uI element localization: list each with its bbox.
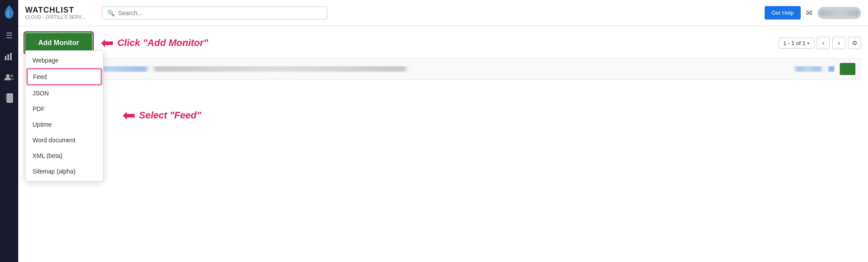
- prev-page-button[interactable]: ‹: [817, 37, 830, 49]
- monitor-url-blurred: [154, 66, 406, 72]
- pagination-text: 1 - 1 of 1: [783, 40, 805, 46]
- dropdown-item-pdf[interactable]: PDF: [26, 101, 103, 117]
- feed-outline: [26, 68, 102, 85]
- brand-title: WATCHLIST: [25, 6, 95, 15]
- sidebar-notebook-icon[interactable]: [3, 92, 15, 104]
- search-bar[interactable]: 🔍: [102, 7, 327, 20]
- sidebar: ☰: [0, 0, 18, 262]
- sidebar-logo[interactable]: [3, 4, 15, 16]
- monitor-row[interactable]: [25, 58, 861, 80]
- svg-rect-0: [5, 56, 7, 60]
- svg-rect-6: [5, 95, 7, 95]
- toolbar-right: 1 - 1 of 1 ▾ ‹ › ⚙: [779, 37, 861, 49]
- svg-rect-8: [5, 99, 7, 100]
- next-page-button[interactable]: ›: [832, 37, 845, 49]
- search-icon: 🔍: [107, 10, 115, 16]
- header-right: Get Help ✉: [765, 6, 861, 20]
- header: WATCHLIST CLOUD - DISTILL'S SERV... 🔍 Ge…: [18, 0, 868, 26]
- annotation-click-text: Click "Add Monitor": [117, 37, 208, 49]
- svg-rect-1: [7, 54, 9, 60]
- annotation-feed: ⬅ Select "Feed": [122, 106, 201, 124]
- toolbar: Add Monitor ⬅ Click "Add Monitor" 1 - 1 …: [25, 33, 861, 53]
- dropdown-item-word[interactable]: Word document: [26, 132, 103, 148]
- sidebar-chart-icon[interactable]: [3, 50, 15, 62]
- monitor-indicator: [828, 66, 835, 72]
- dropdown-item-uptime[interactable]: Uptime: [26, 117, 103, 132]
- main-area: WATCHLIST CLOUD - DISTILL'S SERV... 🔍 Ge…: [18, 0, 868, 262]
- annotation-click: ⬅ Click "Add Monitor": [101, 34, 208, 52]
- add-monitor-dropdown: Webpage Feed JSON PDF Uptime Word docume…: [25, 50, 103, 181]
- sidebar-menu-icon[interactable]: ☰: [3, 29, 15, 42]
- pagination-caret: ▾: [807, 41, 809, 46]
- monitor-content: [52, 66, 835, 72]
- svg-rect-7: [5, 97, 7, 98]
- arrow-click-icon: ⬅: [101, 34, 114, 52]
- brand-subtitle: CLOUD - DISTILL'S SERV...: [25, 15, 95, 20]
- pagination-label[interactable]: 1 - 1 of 1 ▾: [779, 38, 814, 49]
- search-input[interactable]: [118, 10, 322, 16]
- mail-icon[interactable]: ✉: [806, 8, 812, 18]
- svg-rect-2: [10, 53, 12, 60]
- sidebar-users-icon[interactable]: [3, 71, 15, 83]
- monitor-action-button[interactable]: [840, 63, 855, 75]
- dropdown-item-sitemap[interactable]: Sitemap (alpha): [26, 164, 103, 179]
- user-avatar[interactable]: [818, 7, 861, 19]
- svg-point-4: [10, 75, 13, 77]
- dropdown-item-webpage[interactable]: Webpage: [26, 52, 103, 68]
- arrow-feed-icon: ⬅: [122, 106, 135, 124]
- dropdown-item-feed[interactable]: Feed: [27, 69, 101, 85]
- svg-rect-5: [7, 93, 13, 103]
- get-help-button[interactable]: Get Help: [765, 6, 801, 20]
- svg-point-3: [6, 74, 10, 78]
- dropdown-item-json[interactable]: JSON: [26, 85, 103, 101]
- content-area: Add Monitor ⬅ Click "Add Monitor" 1 - 1 …: [18, 26, 868, 262]
- annotation-feed-text: Select "Feed": [139, 110, 201, 121]
- monitor-tag-blurred: [795, 66, 822, 72]
- settings-button[interactable]: ⚙: [848, 37, 861, 49]
- dropdown-item-xml[interactable]: XML (beta): [26, 148, 103, 164]
- brand: WATCHLIST CLOUD - DISTILL'S SERV...: [25, 6, 95, 20]
